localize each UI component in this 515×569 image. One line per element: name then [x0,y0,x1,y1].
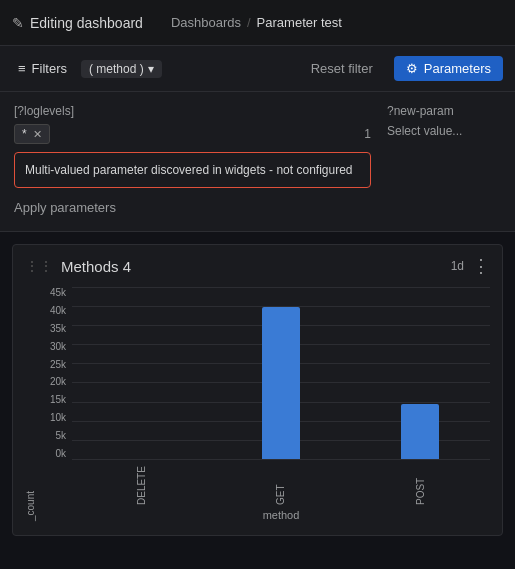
x-axis-title: method [72,509,490,521]
method-tag-label: ( method ) [89,62,144,76]
param-count: 1 [364,127,371,141]
y-label-0k: 0k [55,448,66,459]
chart-title: Methods 4 [61,258,451,275]
edit-icon: ✎ [12,15,24,31]
method-filter-tag[interactable]: ( method ) ▾ [81,60,162,78]
apply-parameters-button[interactable]: Apply parameters [14,196,116,219]
y-label-5k: 5k [55,430,66,441]
error-message-box: Multi-valued parameter discovered in wid… [14,152,371,188]
method-tag-chevron: ▾ [148,62,154,76]
reset-filter-button[interactable]: Reset filter [298,55,386,82]
bar-get [262,307,300,459]
bar-group-delete [72,287,211,459]
breadcrumb-dashboards[interactable]: Dashboards [171,15,241,30]
param-left-section: [?loglevels] * ✕ 1 Multi-valued paramete… [14,104,371,219]
bar-group-get [211,287,350,459]
y-label-35k: 35k [50,323,66,334]
error-text: Multi-valued parameter discovered in wid… [25,163,353,177]
editing-section: ✎ Editing dashboard [12,15,143,31]
y-label-45k: 45k [50,287,66,298]
y-label-20k: 20k [50,376,66,387]
y-label-15k: 15k [50,394,66,405]
breadcrumb-separator: / [247,15,251,30]
param-right-section: ?new-param Select value... [371,104,501,219]
x-label-group-post: POST [351,463,490,505]
chart-panel: ⋮⋮ Methods 4 1d ⋮ _count 45k 40k 35k 30k… [12,244,503,536]
parameter-panel: [?loglevels] * ✕ 1 Multi-valued paramete… [0,92,515,232]
tag-star: * [22,127,27,141]
filters-label: Filters [32,61,67,76]
y-label-25k: 25k [50,359,66,370]
y-axis: 45k 40k 35k 30k 25k 20k 15k 10k 5k 0k [36,287,72,487]
chart-area: DELETE GET POST method [72,287,490,521]
editing-label: Editing dashboard [30,15,143,31]
tag-close-icon[interactable]: ✕ [33,128,42,141]
chart-wrapper: _count 45k 40k 35k 30k 25k 20k 15k 10k 5… [25,287,490,521]
params-label: Parameters [424,61,491,76]
parameters-button[interactable]: ⚙ Parameters [394,56,503,81]
bar-post [401,404,439,459]
drag-handle-icon[interactable]: ⋮⋮ [25,258,53,274]
loglevels-tag[interactable]: * ✕ [14,124,50,144]
new-param-label: ?new-param [387,104,501,118]
loglevels-label: [?loglevels] [14,104,371,118]
grid-line-10 [72,459,490,460]
y-axis-title: _count [25,287,36,521]
breadcrumb-current-page: Parameter test [257,15,342,30]
topbar: ✎ Editing dashboard Dashboards / Paramet… [0,0,515,46]
chart-time-range: 1d [451,259,464,273]
new-param-select[interactable]: Select value... [387,124,501,138]
x-labels: DELETE GET POST [72,463,490,505]
x-label-post: POST [415,463,426,505]
filters-button[interactable]: ≡ Filters [12,57,73,80]
params-icon: ⚙ [406,61,418,76]
filterbar: ≡ Filters ( method ) ▾ Reset filter ⚙ Pa… [0,46,515,92]
param-tag-row: * ✕ 1 [14,124,371,144]
breadcrumb: Dashboards / Parameter test [171,15,342,30]
chart-header: ⋮⋮ Methods 4 1d ⋮ [25,255,490,277]
y-label-40k: 40k [50,305,66,316]
chart-menu-icon[interactable]: ⋮ [472,255,490,277]
x-label-delete: DELETE [136,463,147,505]
bar-group-post [351,287,490,459]
filter-icon: ≡ [18,61,26,76]
y-label-10k: 10k [50,412,66,423]
bars-row [72,287,490,459]
x-label-group-delete: DELETE [72,463,211,505]
y-label-30k: 30k [50,341,66,352]
x-label-group-get: GET [211,463,350,505]
x-label-get: GET [275,463,286,505]
